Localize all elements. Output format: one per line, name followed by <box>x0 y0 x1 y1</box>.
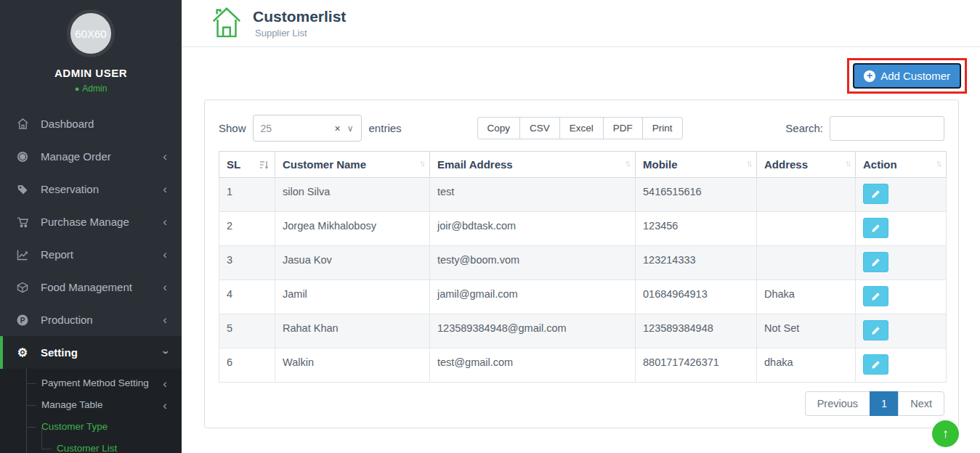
edit-customer-button[interactable] <box>863 286 888 306</box>
address-cell <box>757 212 856 246</box>
up-arrow-icon: ↑ <box>942 426 949 441</box>
submenu-item-customer-list[interactable]: Customer List <box>0 438 182 453</box>
cart-icon <box>15 216 31 228</box>
gear-icon: ⚙ <box>15 347 31 359</box>
mobile-cell: 123214333 <box>636 246 757 280</box>
customer-table-body: 1silon Silvatest54165156162Jorgea Mikhal… <box>219 178 947 383</box>
setting-submenu: Payment Method Setting ‹ Manage Table ‹ … <box>0 369 182 453</box>
sidebar-item-production[interactable]: P Production ‹ <box>0 303 182 336</box>
submenu-item-label: Payment Method Setting <box>41 378 149 388</box>
column-header-address[interactable]: Address ↑↓ <box>757 152 856 178</box>
customer-name-cell: Jorgea Mikhalobosy <box>275 212 430 246</box>
sidebar: 60X60 ADMIN USER ●Admin Dashboard Manage… <box>0 0 182 453</box>
mobile-cell: 5416515616 <box>636 178 757 212</box>
table-row: 5Rahat Khan123589384948@gmail.com1235893… <box>219 314 947 348</box>
column-header-mobile[interactable]: Mobile ↑↓ <box>636 152 757 178</box>
sort-both-icon: ↑↓ <box>625 159 630 168</box>
profile-section: 60X60 ADMIN USER ●Admin <box>0 0 182 94</box>
customer-list-card: Show 25 × ∨ entries CopyCSVExcelPDFPrint… <box>204 99 959 428</box>
submenu-item-label: Customer List <box>57 443 117 453</box>
plus-circle-icon: + <box>864 70 875 82</box>
chevron-left-icon: ‹ <box>163 150 167 163</box>
search-wrap: Search: <box>785 116 944 141</box>
cube-icon <box>15 282 31 293</box>
sidebar-item-purchase-manage[interactable]: Purchase Manage ‹ <box>0 205 182 238</box>
address-cell: dhaka <box>757 348 856 383</box>
address-cell: Not Set <box>757 314 856 348</box>
edit-customer-button[interactable] <box>863 320 888 340</box>
column-header-email-address[interactable]: Email Address ↑↓ <box>430 152 636 178</box>
page-subtitle: Supplier List <box>255 28 346 38</box>
sort-both-icon: ↑↓ <box>846 159 850 168</box>
sidebar-item-label: Purchase Manage <box>41 216 129 228</box>
edit-pencil-icon <box>871 360 880 370</box>
sidebar-item-label: Setting <box>41 346 78 359</box>
sidebar-item-label: Manage Order <box>41 150 111 163</box>
export-pdf-button[interactable]: PDF <box>603 117 643 139</box>
page-length-select[interactable]: 25 × ∨ <box>253 115 362 142</box>
table-header-row: SL Customer Name ↑↓ Email Address ↑↓ <box>219 152 947 178</box>
edit-customer-button[interactable] <box>863 184 888 204</box>
page-title: Customerlist <box>253 8 346 25</box>
submenu-item-manage-table[interactable]: Manage Table ‹ <box>0 394 182 416</box>
sort-amount-asc-icon <box>259 160 269 172</box>
sort-both-icon: ↑↓ <box>936 159 941 168</box>
sidebar-item-label: Reservation <box>41 183 99 195</box>
sidebar-item-reservation[interactable]: Reservation ‹ <box>0 173 182 205</box>
tag-icon <box>15 184 31 195</box>
sidebar-item-dashboard[interactable]: Dashboard <box>0 107 182 140</box>
sidebar-item-setting[interactable]: ⚙ Setting ‹ <box>0 336 182 369</box>
export-button-group: CopyCSVExcelPDFPrint <box>477 117 683 139</box>
chevron-left-icon: ‹ <box>163 314 167 326</box>
edit-pencil-icon <box>871 189 880 199</box>
avatar-placeholder-text: 60X60 <box>75 28 106 40</box>
email-cell: test <box>430 178 636 212</box>
main-area: Customerlist Supplier List + Add Custome… <box>182 0 980 453</box>
column-header-customer-name[interactable]: Customer Name ↑↓ <box>275 152 430 178</box>
export-csv-button[interactable]: CSV <box>519 117 560 139</box>
add-customer-button[interactable]: + Add Customer <box>853 63 961 89</box>
action-cell <box>856 314 947 348</box>
export-excel-button[interactable]: Excel <box>559 117 604 139</box>
search-input[interactable] <box>830 116 944 141</box>
sidebar-item-manage-order[interactable]: Manage Order ‹ <box>0 140 182 173</box>
table-row: 3Jasua Kovtesty@boom.vom123214333 <box>219 246 947 280</box>
sidebar-item-label: Dashboard <box>41 118 94 130</box>
mobile-cell: 123456 <box>636 212 757 246</box>
mobile-cell: 01684964913 <box>636 280 757 314</box>
clear-selection-icon[interactable]: × <box>335 123 341 134</box>
home-breadcrumb-icon <box>210 4 243 42</box>
export-print-button[interactable]: Print <box>642 117 683 139</box>
action-cell <box>856 178 947 212</box>
previous-page-button[interactable]: Previous <box>805 391 870 416</box>
scroll-to-top-button[interactable]: ↑ <box>932 420 959 447</box>
chevron-left-icon: ‹ <box>163 216 167 228</box>
user-role-label: Admin <box>82 83 107 94</box>
search-label: Search: <box>785 122 823 134</box>
pagination: Previous 1 Next <box>219 391 944 416</box>
submenu-item-payment-method-setting[interactable]: Payment Method Setting ‹ <box>0 372 182 394</box>
edit-customer-button[interactable] <box>863 354 888 375</box>
title-block: Customerlist Supplier List <box>253 8 346 38</box>
sidebar-item-report[interactable]: Report ‹ <box>0 238 182 271</box>
table-controls: Show 25 × ∨ entries CopyCSVExcelPDFPrint… <box>219 115 944 142</box>
table-row: 6Walkintest@gmail.com8801717426371dhaka <box>219 348 947 383</box>
column-header-action[interactable]: Action ↑↓ <box>856 152 947 178</box>
export-copy-button[interactable]: Copy <box>477 117 521 139</box>
chevron-left-icon: ‹ <box>163 183 167 195</box>
column-header-sl[interactable]: SL <box>219 152 275 178</box>
submenu-item-customer-type[interactable]: Customer Type <box>0 416 182 438</box>
sl-cell: 2 <box>219 212 275 246</box>
sidebar-item-food-management[interactable]: Food Management ‹ <box>0 271 182 303</box>
edit-customer-button[interactable] <box>863 218 888 238</box>
email-cell: 123589384948@gmail.com <box>430 314 636 348</box>
next-page-button[interactable]: Next <box>898 391 944 416</box>
sidebar-item-label: Production <box>41 314 93 326</box>
sl-cell: 5 <box>219 314 275 348</box>
sidebar-item-label: Food Management <box>41 281 132 293</box>
chart-line-icon <box>15 249 31 261</box>
avatar: 60X60 <box>67 9 115 57</box>
submenu-item-label: Manage Table <box>41 399 103 410</box>
current-page-button[interactable]: 1 <box>870 391 899 416</box>
edit-customer-button[interactable] <box>863 252 888 272</box>
